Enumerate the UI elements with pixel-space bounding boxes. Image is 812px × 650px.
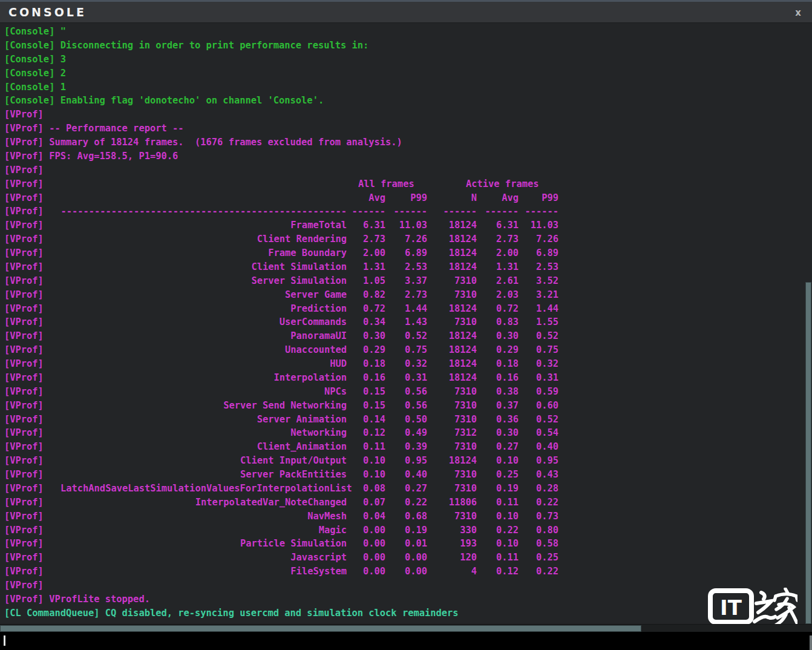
row-value: 2.61 xyxy=(478,274,519,288)
separator-dashes: ------ xyxy=(349,205,385,218)
resize-grip[interactable] xyxy=(810,635,812,650)
row-value: 0.11 xyxy=(478,551,519,565)
row-value: 3.21 xyxy=(519,288,558,302)
vprof-tag: [VProf] xyxy=(4,510,44,524)
row-value: 0.82 xyxy=(349,288,385,302)
command-input[interactable] xyxy=(0,632,812,650)
row-value: 18124 xyxy=(428,260,477,274)
vprof-tag: [VProf] xyxy=(4,246,44,260)
log-line: [VProf] xyxy=(0,579,812,593)
row-value: 18124 xyxy=(428,371,477,385)
close-icon[interactable]: x xyxy=(791,7,805,19)
row-name: Frame Boundary xyxy=(61,246,347,260)
vprof-tag: [VProf] xyxy=(4,260,44,274)
row-name: Server Send Networking xyxy=(61,399,347,413)
all-frames-header: All frames xyxy=(358,177,414,191)
row-value: 3.37 xyxy=(388,274,427,288)
log-text: [Console] Enabling flag 'donotecho' on c… xyxy=(4,94,324,108)
ithome-logo-icon: IT xyxy=(704,588,797,624)
row-value: 0.40 xyxy=(519,440,558,454)
row-name: NavMesh xyxy=(61,510,347,524)
row-name: Unaccounted xyxy=(61,343,347,357)
text-caret xyxy=(4,635,5,646)
table-row: [VProf]Server Simulation1.053.3773102.61… xyxy=(0,274,812,288)
row-value: 0.28 xyxy=(519,482,558,496)
row-value: 7310 xyxy=(428,274,477,288)
table-group-header-line: [VProf]All framesActive frames xyxy=(0,177,812,191)
row-value: 18124 xyxy=(428,218,477,232)
row-value: 0.00 xyxy=(349,551,385,565)
row-value: 0.10 xyxy=(349,468,385,482)
vprof-tag: [VProf] xyxy=(4,413,44,427)
table-row: [VProf]FrameTotal6.3111.03181246.3111.03 xyxy=(0,218,812,232)
row-name: Networking xyxy=(61,426,347,440)
row-value: 7310 xyxy=(428,468,477,482)
separator-dashes: ------ xyxy=(519,205,558,218)
row-value: 18124 xyxy=(428,302,477,316)
row-value: 0.29 xyxy=(478,343,519,357)
row-value: 0.11 xyxy=(349,440,385,454)
row-value: 2.73 xyxy=(478,232,519,246)
console-output[interactable]: [Console] "[Console] Disconnecting in or… xyxy=(0,24,812,624)
vprof-tag: [VProf] xyxy=(4,426,44,440)
row-value: 0.68 xyxy=(388,510,427,524)
log-line: [VProf] xyxy=(0,108,812,122)
row-value: 18124 xyxy=(428,454,477,468)
separator-dashes: ----------------------------------------… xyxy=(61,205,347,218)
row-value: 0.10 xyxy=(478,454,519,468)
row-value: 7310 xyxy=(428,482,477,496)
row-value: 7310 xyxy=(428,315,477,329)
row-name: HUD xyxy=(61,357,347,371)
row-value: 0.16 xyxy=(478,371,519,385)
active-frames-header: Active frames xyxy=(466,177,539,191)
row-value: 0.15 xyxy=(349,385,385,399)
row-value: 0.04 xyxy=(349,510,385,524)
row-value: 2.73 xyxy=(349,232,385,246)
column-header: P99 xyxy=(388,191,427,205)
log-text: [CL CommandQueue] CQ disabled, re-syncin… xyxy=(4,606,459,620)
row-name: Client_Animation xyxy=(61,440,347,454)
row-value: 0.31 xyxy=(519,371,558,385)
window-title: CONSOLE xyxy=(8,5,87,19)
horizontal-scrollbar-thumb[interactable] xyxy=(0,625,641,632)
row-value: 0.58 xyxy=(519,537,558,551)
vprof-tag: [VProf] xyxy=(4,357,44,371)
log-text: [VProf] -- Performance report -- xyxy=(4,122,184,136)
row-value: 18124 xyxy=(428,343,477,357)
table-row: [VProf]Client Input/Output0.100.95181240… xyxy=(0,454,812,468)
table-row: [VProf]Server Send Networking0.150.56731… xyxy=(0,399,812,413)
row-name: UserCommands xyxy=(61,315,347,329)
row-value: 0.72 xyxy=(349,302,385,316)
log-text: [Console] 2 xyxy=(4,67,66,80)
log-text: [VProf] xyxy=(4,579,44,593)
row-value: 7.26 xyxy=(388,232,427,246)
table-row: [VProf]InterpolatedVar_NoteChanged0.070.… xyxy=(0,496,812,510)
vertical-scrollbar[interactable] xyxy=(805,24,812,624)
table-row: [VProf]Prediction0.721.44181240.721.44 xyxy=(0,302,812,316)
titlebar[interactable]: CONSOLE x xyxy=(0,2,812,23)
row-value: 2.03 xyxy=(478,288,519,302)
row-value: 6.31 xyxy=(349,218,385,232)
separator-dashes: ------ xyxy=(428,205,477,218)
log-line: [Console] " xyxy=(0,25,812,39)
row-value: 0.10 xyxy=(478,510,519,524)
row-value: 1.31 xyxy=(349,260,385,274)
row-value: 0.19 xyxy=(478,482,519,496)
row-name: Client Input/Output xyxy=(61,454,347,468)
row-name: LatchAndSaveLastSimulationValuesForInter… xyxy=(61,482,347,496)
row-value: 0.22 xyxy=(519,496,558,510)
row-name: Particle Simulation xyxy=(61,537,347,551)
row-value: 2.00 xyxy=(478,246,519,260)
row-value: 0.40 xyxy=(388,468,427,482)
vertical-scrollbar-thumb[interactable] xyxy=(805,282,811,624)
ithome-cn-zhi-icon xyxy=(755,593,775,622)
log-text: [Console] 1 xyxy=(4,80,66,94)
row-value: 0.83 xyxy=(478,315,519,329)
vprof-tag: [VProf] xyxy=(4,524,44,537)
horizontal-scrollbar[interactable] xyxy=(0,624,812,632)
log-line: [VProf] FPS: Avg=158.5, P1=90.6 xyxy=(0,149,812,163)
row-value: 0.27 xyxy=(388,482,427,496)
row-value: 2.73 xyxy=(388,288,427,302)
table-row: [VProf]Networking0.120.4973120.300.54 xyxy=(0,426,812,440)
row-value: 0.37 xyxy=(478,399,519,413)
